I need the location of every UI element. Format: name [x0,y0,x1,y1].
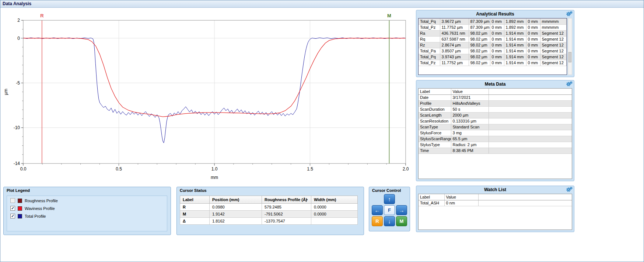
meta-cell: StylusType [419,142,451,148]
settings-gears-icon[interactable] [566,11,573,19]
result-cell: Segment 12 [540,30,567,36]
result-cell: 0 mm [526,30,540,36]
result-cell: 637.5987 nm [440,36,469,42]
meta-row[interactable]: ScanTypeStandard Scan [419,124,572,130]
meta-cell: ScanType [419,124,451,130]
meta-row[interactable]: ProfileHillsAndValleys [419,100,572,106]
svg-text:1.5: 1.5 [307,166,313,172]
result-cell: 1.914 mm [504,42,526,48]
column-header-filler [489,89,572,94]
meta-row[interactable]: ScanLength2000 µm [419,112,572,118]
result-row[interactable]: Rz2.8674 µm98.02 µm0 mm1.914 mm0 mmSegme… [419,42,567,48]
cursor-f-button[interactable]: F [384,205,395,215]
result-cell: 98.02 µm [469,36,490,42]
legend-checkbox[interactable]: ✓ [10,206,15,211]
result-row[interactable]: Total_Pz11.7752 µm98.02 µm0 mm1.914 mm0 … [419,60,567,66]
result-cell: 1.892 mm [504,24,526,30]
result-cell: 0 mm [526,54,540,60]
cursor-row[interactable]: Δ1.8162-1370.7547 [180,218,358,225]
filler-cell [489,136,572,142]
result-cell: 98.02 µm [469,42,490,48]
result-cell: 2.8674 µm [440,42,469,48]
meta-cell: 3 mg [451,130,489,136]
meta-cell: StylusForce [419,130,451,136]
column-header-filler [478,194,572,200]
meta-row[interactable]: StylusTypeRadius: 2 µm [419,142,572,148]
result-cell: Total_Pa [419,48,440,54]
meta-row[interactable]: Time8:38:45 PM [419,148,572,154]
meta-row[interactable]: Date3/17/2021 [419,94,572,100]
settings-gears-icon[interactable] [566,81,573,89]
svg-text:mm: mm [211,175,218,180]
cursor-cell: 0.0980 [210,204,262,211]
meta-row[interactable]: ScanResolution0.133316 µm [419,118,572,124]
filler-cell [489,106,572,112]
filler-cell [478,200,572,206]
svg-text:-14: -14 [14,161,20,166]
cursor-right-button[interactable]: → [396,205,407,215]
result-cell: 3.8507 µm [440,48,469,54]
cursor-cell: 579.2485 [262,204,311,211]
result-cell: 1.914 mm [504,36,526,42]
filler-cell [489,94,572,100]
result-row[interactable]: Total_Pa3.8507 µm98.02 µm0 mm1.914 mm0 m… [419,48,567,54]
meta-cell: StylusScanRange [419,136,451,142]
cursor-control-panel: Cursor Control ↑ ← F → R ↓ M [369,187,410,231]
column-header-dropdown[interactable]: ▼ Roughness Profile (Å) [262,196,311,204]
meta-row[interactable]: StylusScanRange65.5 µm [419,136,572,142]
cursor-cell: -1370.7547 [262,218,311,225]
result-cell: 0 mm [490,18,504,24]
result-cell: 0 mm [526,60,540,66]
svg-text:R: R [40,13,44,18]
analytical-results-table: Total_Pq3.9672 µm87.309 µm0 mm1.892 mm0 … [418,18,567,75]
scrollbar-thumb[interactable] [568,52,571,62]
result-row[interactable]: Total_Pq3.9743 µm98.02 µm0 mm1.914 mm0 m… [419,54,567,60]
watch-row[interactable]: Total_ASH0 nm [419,200,572,206]
group-caption: Cursor Status [177,187,364,193]
result-cell: 0 mm [490,42,504,48]
cursor-cell: M [180,211,210,218]
cursor-cell: Δ [180,218,210,225]
meta-row[interactable]: StylusForce3 mg [419,130,572,136]
result-cell: Rq [419,36,440,42]
svg-text:1.0: 1.0 [211,166,218,172]
cursor-r-button[interactable]: R [372,216,383,226]
result-cell: 0 mm [526,42,540,48]
meta-cell: HillsAndValleys [451,100,489,106]
legend-color-swatch [18,214,22,218]
profile-chart[interactable]: 0.00.51.01.52.020-5-10-14RMmmµm [2,9,414,186]
filler-cell [489,100,572,106]
result-cell: Total_Pz [419,60,440,66]
watch-list-panel: Watch List Label Value Total_ASH0 nm [416,186,574,232]
cursor-control-grid: ↑ ← F → R ↓ M [369,194,410,226]
cursor-up-button[interactable]: ↑ [384,194,395,204]
result-cell: 11.7752 µm [440,24,469,30]
meta-data-table: Label Value Date3/17/2021ProfileHillsAnd… [418,88,572,179]
settings-gears-icon[interactable] [566,187,573,194]
meta-cell: Radius: 2 µm [451,142,489,148]
cursor-row[interactable]: R0.0980579.24850.0000 [180,204,358,211]
result-cell: Ra [419,30,440,36]
cursor-cell: 0.0000 [311,204,358,211]
column-header: Label [180,196,210,204]
meta-row[interactable]: ScanDuration50 s [419,106,572,112]
legend-color-swatch [18,199,22,203]
result-row[interactable]: Ra436.7631 nm98.02 µm0 mm1.914 mm0 mmSeg… [419,30,567,36]
scrollbar[interactable] [568,18,572,75]
cursor-down-button[interactable]: ↓ [384,216,395,226]
result-cell: 98.02 µm [469,48,490,54]
column-header: Label [419,194,444,200]
result-row[interactable]: Rq637.5987 nm98.02 µm0 mm1.914 mm0 mmSeg… [419,36,567,42]
cursor-left-button[interactable]: ← [372,205,383,215]
meta-cell: 65.5 µm [451,136,489,142]
cursor-m-button[interactable]: M [396,216,407,226]
filler-cell [489,130,572,136]
result-cell: 98.02 µm [469,60,490,66]
result-row[interactable]: Total_Pq3.9672 µm87.309 µm0 mm1.892 mm0 … [419,18,567,24]
cursor-row[interactable]: M1.9142-791.50620.0000 [180,211,358,218]
legend-checkbox[interactable]: ✓ [10,214,15,218]
legend-checkbox[interactable] [10,198,15,203]
plot-legend-box: Roughness Profile✓Waviness Profile✓Total… [7,196,167,231]
meta-cell: Date [419,94,451,100]
result-row[interactable]: Total_Pz11.7752 µm87.309 µm0 mm1.892 mm0… [419,24,567,30]
